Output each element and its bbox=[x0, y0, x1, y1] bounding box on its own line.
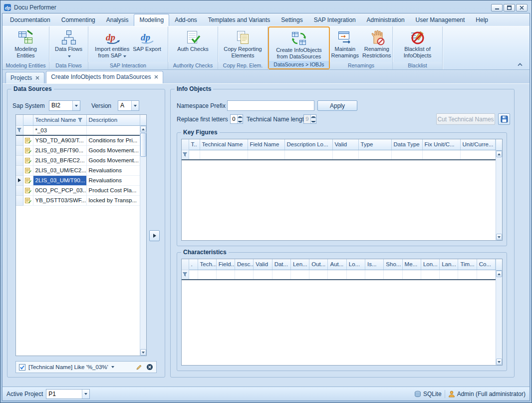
chevron-down-icon[interactable] bbox=[131, 101, 139, 110]
menu-tab-analysis[interactable]: Analysis bbox=[101, 14, 134, 26]
spin-down-icon[interactable] bbox=[238, 119, 243, 123]
maximize-button[interactable] bbox=[504, 4, 515, 11]
datasource-icon bbox=[23, 185, 33, 195]
column-header[interactable]: Data Type bbox=[391, 139, 422, 150]
ribbon-caption-renamings: Renamings bbox=[330, 62, 392, 69]
filter-cell-description[interactable] bbox=[86, 125, 140, 135]
filter-expression[interactable]: [Technical Name] Like '%_03%' bbox=[28, 364, 108, 370]
menu-tab-settings[interactable]: Settings bbox=[275, 14, 308, 26]
tab-create-infoobjects-from-datasources[interactable]: Create InfoObjects from DataSources bbox=[46, 71, 163, 83]
chevron-down-icon[interactable] bbox=[111, 366, 114, 368]
ribbon-caption-blacklist: Blacklist bbox=[393, 62, 442, 69]
edit-filter-icon[interactable] bbox=[136, 364, 142, 371]
active-project-label: Active Project bbox=[6, 391, 43, 398]
column-header[interactable]: Technical Name bbox=[200, 139, 248, 150]
column-header[interactable]: Tim... bbox=[458, 259, 477, 270]
column-header[interactable]: Type bbox=[358, 139, 391, 150]
column-header[interactable]: Lan... bbox=[440, 259, 458, 270]
menu-tab-templates-and-variants[interactable]: Templates and Variants bbox=[203, 14, 276, 26]
replace-first-letters-stepper[interactable]: 0 bbox=[230, 114, 243, 124]
column-header[interactable]: Field... bbox=[216, 259, 235, 270]
column-header[interactable]: Lon... bbox=[421, 259, 439, 270]
column-header[interactable]: Unit/Curre... bbox=[460, 139, 496, 150]
move-selected-right-button[interactable] bbox=[149, 230, 160, 241]
renaming-restrictions-icon bbox=[369, 29, 385, 45]
scrollbar-thumb[interactable] bbox=[140, 133, 146, 157]
scroll-down-button[interactable] bbox=[496, 234, 502, 240]
column-header[interactable]: Co... bbox=[477, 259, 495, 270]
title-bar: dp Docu Performer bbox=[2, 2, 530, 13]
vertical-scrollbar[interactable] bbox=[496, 271, 502, 365]
table-row: YB_DSTT03/SWF... locked by Transp... bbox=[16, 195, 140, 205]
vertical-scrollbar[interactable] bbox=[140, 126, 146, 356]
auth-checks-button[interactable]: Auth Checks bbox=[176, 28, 210, 52]
renaming-restrictions-button[interactable]: RenamingRestrictions bbox=[361, 28, 392, 59]
sap-export-button[interactable]: dp SAP Export bbox=[131, 28, 163, 52]
tab-projects[interactable]: Projects bbox=[5, 72, 44, 83]
scroll-up-button[interactable] bbox=[496, 271, 502, 277]
scroll-down-button[interactable] bbox=[496, 359, 502, 365]
collapse-ribbon-button[interactable] bbox=[516, 60, 525, 68]
import-entities-from-sap-button[interactable]: dp Import entitiesfrom SAP bbox=[93, 28, 131, 59]
version-select[interactable]: A bbox=[118, 100, 139, 111]
create-infoobjects-from-datasources-button[interactable]: Create InfoObjectsfrom DataSources bbox=[274, 29, 323, 60]
key-figures-grid: T.. Technical Name Field Name Descriptio… bbox=[181, 139, 503, 241]
column-header[interactable]: Len... bbox=[290, 259, 309, 270]
save-button[interactable] bbox=[498, 113, 510, 125]
column-header[interactable]: Desc... bbox=[235, 259, 254, 270]
menu-tab-administration[interactable]: Administration bbox=[361, 14, 410, 26]
column-header[interactable]: Dat... bbox=[272, 259, 290, 270]
table-row: 2LIS_03_BF/EC2... Goods Movement... bbox=[16, 155, 140, 165]
column-header[interactable]: Tech... bbox=[198, 259, 216, 270]
menu-tab-documentation[interactable]: Documentation bbox=[4, 14, 56, 26]
column-header-technical-name[interactable]: Technical Name bbox=[33, 115, 86, 125]
tab-close-icon[interactable] bbox=[154, 75, 158, 79]
column-header-description[interactable]: Description bbox=[86, 115, 140, 125]
sap-system-select[interactable]: BI2 bbox=[49, 100, 80, 111]
apply-button[interactable]: Apply bbox=[317, 100, 357, 111]
column-header[interactable]: Aut... bbox=[328, 259, 346, 270]
column-header[interactable]: Sho... bbox=[384, 259, 402, 270]
column-header[interactable]: T.. bbox=[189, 139, 200, 150]
column-header[interactable]: Description Lo... bbox=[284, 139, 332, 150]
minimize-button[interactable] bbox=[491, 4, 503, 11]
column-header[interactable]: Out... bbox=[309, 259, 328, 270]
menu-tab-help[interactable]: Help bbox=[470, 14, 494, 26]
column-header[interactable]: Field Name bbox=[248, 139, 284, 150]
tab-close-icon[interactable] bbox=[35, 76, 39, 80]
data-sources-grid: Technical Name Description *_03 bbox=[15, 114, 147, 356]
svg-text:dp: dp bbox=[141, 32, 150, 42]
close-button[interactable] bbox=[516, 4, 528, 11]
menu-tab-modeling[interactable]: Modeling bbox=[134, 14, 169, 26]
spin-up-icon[interactable] bbox=[238, 115, 243, 119]
column-header[interactable]: Me... bbox=[402, 259, 421, 270]
chevron-down-icon[interactable] bbox=[82, 390, 89, 399]
column-header[interactable]: Valid bbox=[332, 139, 358, 150]
column-header[interactable]: Is... bbox=[365, 259, 384, 270]
spin-up-icon bbox=[311, 115, 316, 119]
column-header[interactable]: Lo... bbox=[346, 259, 365, 270]
scroll-up-button[interactable] bbox=[140, 126, 146, 132]
filter-enabled-checkbox[interactable] bbox=[19, 364, 25, 371]
menu-tab-user-management[interactable]: User Management bbox=[410, 14, 471, 26]
menu-tab-commenting[interactable]: Commenting bbox=[56, 14, 101, 26]
column-header[interactable]: Fix Unit/C... bbox=[422, 139, 460, 150]
clear-filter-icon[interactable] bbox=[146, 364, 153, 371]
data-flows-button[interactable]: Data Flows bbox=[53, 28, 84, 59]
menu-tab-sap-integration[interactable]: SAP Integration bbox=[308, 14, 361, 26]
maintain-renamings-button[interactable]: MaintainRenamings bbox=[329, 28, 360, 59]
vertical-scrollbar[interactable] bbox=[496, 151, 502, 240]
column-header[interactable]: Valid bbox=[254, 259, 272, 270]
column-header[interactable]: . bbox=[189, 259, 198, 270]
scroll-up-button[interactable] bbox=[496, 151, 502, 157]
blacklist-of-infoobjects-button[interactable]: Blacklist ofInfoObjects bbox=[402, 28, 433, 59]
active-project-select[interactable]: P1 bbox=[46, 389, 90, 399]
checkmark-icon bbox=[19, 365, 25, 370]
modeling-entities-button[interactable]: ModelingEntities bbox=[13, 28, 38, 59]
menu-tab-add-ons[interactable]: Add-ons bbox=[169, 14, 203, 26]
filter-cell-technical-name[interactable]: *_03 bbox=[33, 125, 86, 135]
copy-reporting-elements-button[interactable]: Copy ReportingElements bbox=[222, 28, 263, 59]
chevron-down-icon[interactable] bbox=[72, 101, 80, 110]
scroll-down-button[interactable] bbox=[140, 349, 146, 356]
namespace-prefix-input[interactable] bbox=[227, 100, 314, 111]
